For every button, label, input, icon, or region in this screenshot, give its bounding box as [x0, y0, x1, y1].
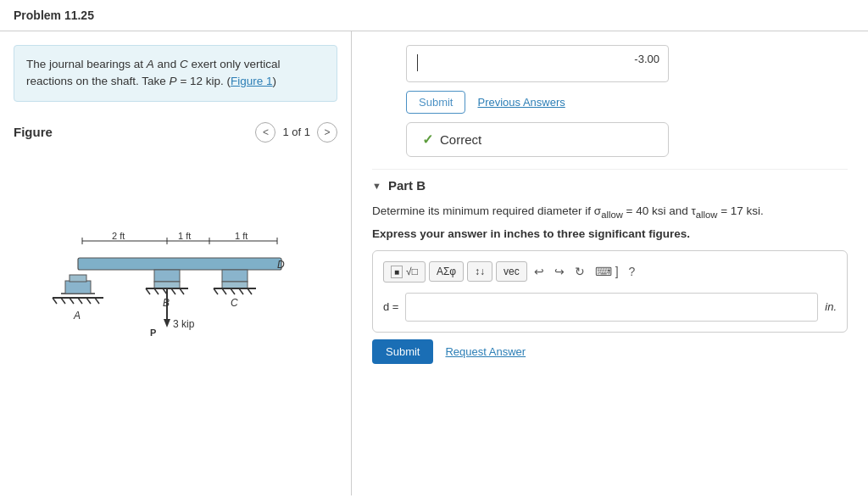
refresh-btn[interactable]: ↻	[571, 263, 588, 280]
svg-rect-8	[65, 281, 91, 294]
svg-line-3	[61, 298, 65, 304]
svg-line-4	[70, 298, 74, 304]
svg-text:3 kip: 3 kip	[173, 318, 195, 330]
part-b-section: ▼ Part B Determine its minimum required …	[372, 169, 848, 364]
svg-text:D: D	[277, 259, 285, 271]
diameter-input[interactable]	[405, 293, 818, 322]
eq-label: d =	[383, 300, 398, 313]
part-a-submit-btn[interactable]: Submit	[406, 91, 465, 114]
svg-marker-42	[164, 319, 170, 327]
svg-line-22	[214, 288, 218, 294]
sigma-phi-btn[interactable]: AΣφ	[429, 261, 464, 282]
svg-line-24	[231, 288, 235, 294]
redo-btn[interactable]: ↪	[551, 263, 568, 280]
arrows-label: ↕↓	[475, 266, 485, 277]
input-row: d = in.	[383, 293, 837, 322]
svg-rect-11	[154, 270, 180, 282]
sigma-phi-label: AΣφ	[437, 266, 456, 277]
figure-link[interactable]: Figure 1	[231, 75, 273, 87]
answer-area: ■ √□ AΣφ ↕↓ vec ↩ ↪ ↻ ⌨ ]	[372, 250, 848, 333]
svg-line-23	[222, 288, 226, 294]
svg-line-14	[146, 288, 150, 294]
problem-description: The journal bearings at A and C exert on…	[14, 45, 337, 102]
svg-text:A: A	[73, 310, 81, 322]
answer-input-box: -3.00	[406, 45, 669, 82]
collapse-arrow-icon: ▼	[372, 181, 381, 191]
figure-page-label: 1 of 1	[282, 126, 310, 138]
correct-label: Correct	[440, 132, 481, 147]
math-toolbar: ■ √□ AΣφ ↕↓ vec ↩ ↪ ↻ ⌨ ]	[383, 261, 837, 283]
svg-line-7	[95, 298, 99, 304]
svg-rect-19	[222, 270, 248, 282]
svg-line-18	[180, 288, 184, 294]
part-b-title: Part B	[388, 178, 426, 193]
part-b-submit-btn[interactable]: Submit	[372, 339, 433, 364]
part-b-instruction: Express your answer in inches to three s…	[372, 227, 848, 240]
figure-prev-btn[interactable]: <	[255, 122, 275, 143]
svg-rect-9	[70, 275, 86, 282]
svg-line-17	[171, 288, 175, 294]
cursor-line	[417, 54, 418, 71]
svg-line-26	[248, 288, 252, 294]
problem-title: Problem 11.25	[14, 8, 94, 22]
sqrt-btn[interactable]: ■ √□	[383, 261, 426, 283]
svg-line-6	[86, 298, 91, 304]
figure-nav: < 1 of 1 >	[255, 122, 337, 143]
svg-line-25	[239, 288, 243, 294]
answer-value: -3.00	[634, 53, 659, 65]
svg-text:P: P	[150, 327, 156, 336]
part-b-description: Determine its minimum required diameter …	[372, 203, 848, 222]
svg-rect-10	[78, 258, 281, 270]
unit-label: in.	[825, 300, 837, 313]
sqrt-label: √□	[406, 266, 418, 277]
arrows-btn[interactable]: ↕↓	[467, 261, 492, 282]
figure-title: Figure	[14, 125, 53, 139]
request-answer-link[interactable]: Request Answer	[445, 345, 526, 358]
svg-text:C: C	[231, 297, 238, 309]
help-btn[interactable]: ?	[626, 263, 639, 280]
check-icon: ✓	[422, 131, 433, 148]
figure-image: D A B C 2 ft 1 ft	[14, 149, 337, 336]
svg-rect-12	[154, 282, 180, 288]
figure-next-btn[interactable]: >	[317, 122, 337, 143]
svg-line-2	[53, 298, 57, 304]
svg-rect-20	[222, 282, 248, 288]
undo-btn[interactable]: ↩	[531, 263, 548, 280]
keyboard-btn[interactable]: ⌨ ]	[592, 263, 622, 280]
vec-btn[interactable]: vec	[496, 261, 527, 282]
svg-text:1 ft: 1 ft	[235, 231, 248, 241]
svg-text:1 ft: 1 ft	[178, 231, 191, 241]
svg-line-5	[78, 298, 82, 304]
svg-text:2 ft: 2 ft	[112, 231, 125, 241]
bottom-submit-row: Submit Request Answer	[372, 339, 848, 364]
vec-label: vec	[504, 266, 520, 277]
part-b-header[interactable]: ▼ Part B	[372, 178, 848, 193]
previous-answers-link[interactable]: Previous Answers	[477, 96, 565, 109]
svg-line-15	[154, 288, 159, 294]
